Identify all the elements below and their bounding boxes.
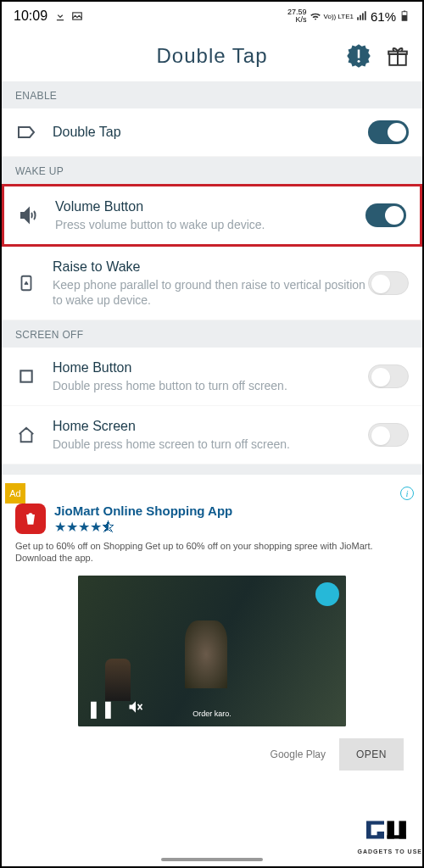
ad-badge: Ad	[5, 483, 25, 504]
status-bar: 10:09 27.59 K/s Vo)) LTE1 61%	[2, 2, 422, 31]
row-title: Volume Button	[55, 198, 365, 215]
row-raise-to-wake[interactable]: Raise to Wake Keep phone parallel to gro…	[2, 247, 422, 320]
data-speed: 27.59 K/s	[287, 8, 307, 24]
row-subtitle: Double press home button to turn off scr…	[53, 378, 368, 393]
row-title: Raise to Wake	[53, 259, 368, 275]
ad-app-title[interactable]: JioMart Online Shopping App	[54, 504, 232, 518]
mute-icon[interactable]	[127, 698, 144, 720]
home-icon	[15, 424, 37, 446]
gallery-status-icon	[71, 10, 83, 22]
section-enable: ENABLE	[2, 81, 422, 108]
row-volume-button[interactable]: Volume Button Press volume button to wak…	[2, 184, 422, 247]
double-tap-toggle[interactable]	[368, 120, 409, 144]
home-screen-toggle[interactable]	[368, 423, 409, 447]
video-caption: Order karo.	[192, 709, 232, 718]
gift-icon[interactable]	[387, 45, 409, 67]
tag-icon	[15, 121, 37, 143]
app-title: Double Tap	[157, 44, 268, 68]
row-double-tap[interactable]: Double Tap	[2, 108, 422, 157]
row-subtitle: Press volume button to wake up device.	[55, 217, 365, 232]
volume-button-toggle[interactable]	[365, 203, 406, 227]
phone-raise-icon	[15, 272, 37, 294]
ad-video[interactable]: ❚❚ Order karo.	[78, 576, 346, 726]
home-button-toggle[interactable]	[368, 364, 409, 388]
row-home-screen[interactable]: Home Screen Double press home screen to …	[2, 406, 422, 465]
svg-point-5	[358, 60, 360, 63]
ad-app-icon[interactable]	[15, 504, 46, 534]
battery-icon	[399, 10, 410, 22]
svg-rect-3	[404, 11, 405, 12]
signal-icon	[356, 10, 368, 22]
wifi-icon	[310, 10, 321, 22]
row-title: Double Tap	[53, 124, 368, 141]
video-brand-icon	[315, 582, 339, 606]
square-icon	[15, 365, 37, 387]
alert-badge-icon[interactable]	[346, 43, 371, 69]
svg-rect-10	[20, 370, 31, 381]
watermark: GADGETS TO USE	[358, 815, 423, 854]
raise-wake-toggle[interactable]	[368, 271, 409, 295]
section-screenoff: SCREEN OFF	[2, 320, 422, 348]
row-subtitle: Double press home screen to turn off scr…	[53, 437, 368, 452]
svg-rect-4	[358, 50, 360, 58]
ad-open-button[interactable]: OPEN	[339, 738, 404, 771]
nav-handle[interactable]	[161, 858, 263, 861]
row-title: Home Button	[53, 359, 368, 376]
network-label: Vo)) LTE1	[324, 13, 354, 20]
ad-container: Ad i JioMart Online Shopping App ★★★★⯪ G…	[5, 483, 419, 781]
download-status-icon	[54, 10, 66, 22]
pause-icon[interactable]: ❚❚	[86, 698, 115, 720]
ad-source: Google Play	[271, 748, 326, 760]
row-home-button[interactable]: Home Button Double press home button to …	[2, 348, 422, 406]
section-wakeup: WAKE UP	[2, 157, 422, 184]
volume-icon	[18, 204, 40, 226]
ad-rating-stars: ★★★★⯪	[54, 519, 232, 535]
status-time: 10:09	[14, 8, 47, 24]
watermark-logo-icon	[360, 815, 420, 845]
app-header: Double Tap	[2, 31, 422, 81]
svg-rect-15	[399, 821, 405, 839]
row-title: Home Screen	[53, 418, 368, 435]
battery-percent: 61%	[371, 9, 396, 24]
ad-info-icon[interactable]: i	[400, 487, 414, 500]
svg-rect-2	[402, 15, 407, 20]
row-subtitle: Keep phone parallel to ground then raise…	[53, 277, 368, 308]
ad-description: Get up to 60% off on Shopping Get up to …	[15, 540, 409, 564]
